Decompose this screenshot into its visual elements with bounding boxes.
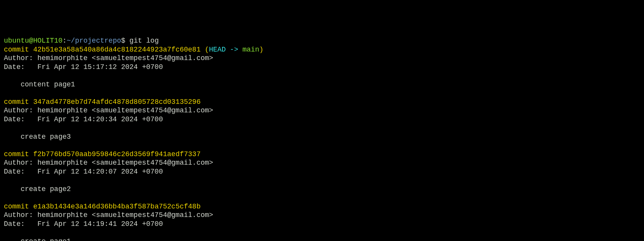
author-line-2: Author: hemimorphite <samueltempest4754@…: [4, 158, 640, 167]
date-line-0: Date: Fri Apr 12 15:17:12 2024 +0700: [4, 63, 640, 72]
commit-hash: 347ad4778eb7d74afdc4878d805728cd03135296: [33, 98, 201, 106]
commit-prefix: commit: [4, 203, 33, 210]
commit-line-3: commit e1a3b1434e3a146d36bb4ba3f587ba752…: [4, 202, 640, 211]
commit-prefix: commit: [4, 150, 33, 158]
prompt-line-1[interactable]: ubuntu@HOLIT10:~/projectrepo$ git log: [4, 36, 640, 45]
ref-branch: main: [243, 46, 259, 53]
commit-prefix: commit: [4, 98, 33, 106]
ref-head: HEAD ->: [209, 46, 242, 53]
commit-line-1: commit 347ad4778eb7d74afdc4878d805728cd0…: [4, 98, 640, 107]
author-line-0: Author: hemimorphite <samueltempest4754@…: [4, 54, 640, 63]
commit-message-0: content page1: [4, 80, 640, 89]
blank-line: [4, 176, 640, 185]
prompt-colon: :: [62, 37, 67, 45]
commit-hash: e1a3b1434e3a146d36bb4ba3f587ba752c5cf48b: [33, 203, 201, 210]
commit-hash: 42b51e3a58a540a86da4c8182244923a7fc60e81: [33, 46, 201, 53]
prompt-user: ubuntu: [4, 37, 29, 45]
blank-line: [4, 89, 640, 98]
prompt-dollar: $: [121, 37, 126, 45]
commit-message-2: create page2: [4, 185, 640, 194]
date-line-3: Date: Fri Apr 12 14:19:41 2024 +0700: [4, 220, 640, 229]
blank-line: [4, 228, 640, 237]
commit-message-3: create page1: [4, 237, 640, 241]
blank-line: [4, 141, 640, 150]
date-line-2: Date: Fri Apr 12 14:20:07 2024 +0700: [4, 167, 640, 176]
commit-line-0: commit 42b51e3a58a540a86da4c8182244923a7…: [4, 45, 640, 54]
ref-close: ): [259, 46, 263, 53]
prompt-at: @: [29, 37, 33, 45]
commit-prefix: commit: [4, 46, 33, 53]
commit-message-1: create page3: [4, 133, 640, 141]
blank-line: [4, 124, 640, 133]
date-line-1: Date: Fri Apr 12 14:20:34 2024 +0700: [4, 115, 640, 124]
prompt-path: ~/projectrepo: [67, 37, 121, 45]
author-line-1: Author: hemimorphite <samueltempest4754@…: [4, 106, 640, 115]
command-gitlog: git log: [125, 37, 158, 45]
blank-line: [4, 193, 640, 202]
commit-line-2: commit f2b776bd570aab959846c26d3569f941a…: [4, 150, 640, 159]
ref-open: (: [201, 46, 209, 53]
commit-hash: f2b776bd570aab959846c26d3569f941aedf7337: [33, 150, 201, 158]
prompt-host: HOLIT10: [33, 37, 63, 45]
author-line-3: Author: hemimorphite <samueltempest4754@…: [4, 211, 640, 220]
terminal-output: ubuntu@HOLIT10:~/projectrepo$ git logcom…: [4, 36, 640, 241]
blank-line: [4, 71, 640, 80]
